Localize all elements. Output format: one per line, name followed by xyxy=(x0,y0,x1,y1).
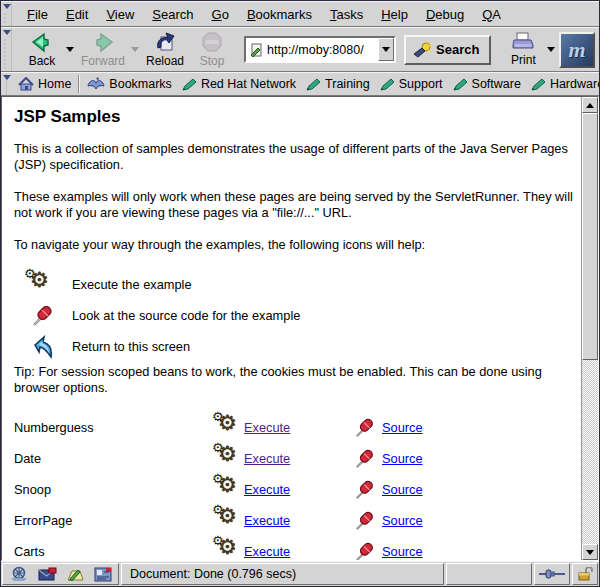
icon-legend: ⚙⚙ Execute the example Look at the sourc… xyxy=(14,269,573,362)
url-bar xyxy=(244,36,396,63)
gears-icon: ⚙⚙ xyxy=(214,446,240,472)
print-button[interactable]: Print xyxy=(501,29,545,70)
menu-tasks[interactable]: Tasks xyxy=(321,3,372,26)
stop-icon xyxy=(202,32,222,53)
forward-label: Forward xyxy=(81,54,125,68)
navigator-icon[interactable] xyxy=(9,566,29,582)
menu-help[interactable]: Help xyxy=(372,3,417,26)
gears-icon: ⚙⚙ xyxy=(214,477,240,503)
source-link[interactable]: Source xyxy=(382,420,423,436)
legend-text: Return to this screen xyxy=(72,339,190,355)
plug-icon xyxy=(539,568,565,580)
sample-name: Carts xyxy=(14,544,214,560)
tip-paragraph: Tip: For session scoped beans to work, t… xyxy=(14,364,573,396)
reload-button[interactable]: Reload xyxy=(142,29,188,70)
personal-item-label: Hardware xyxy=(550,77,599,91)
home-icon xyxy=(18,77,34,91)
samples-table: Numberguess ⚙⚙ Execute Source Date ⚙⚙ Ex… xyxy=(14,412,573,560)
stop-button[interactable]: Stop xyxy=(190,29,234,70)
vertical-scrollbar[interactable] xyxy=(581,97,598,560)
gears-icon: ⚙⚙ xyxy=(214,415,240,441)
url-input[interactable] xyxy=(267,43,378,57)
personal-item-hardware[interactable]: Hardware xyxy=(526,75,599,93)
table-row: Snoop ⚙⚙ Execute Source xyxy=(14,474,573,505)
menu-view[interactable]: View xyxy=(97,3,143,26)
address-book-icon[interactable] xyxy=(94,567,112,582)
source-link[interactable]: Source xyxy=(382,513,423,529)
personal-toolbar: Home Bookmarks Red Hat Network Training … xyxy=(1,72,599,96)
scrollbar-thumb[interactable] xyxy=(582,113,598,360)
personal-item-red-hat-network[interactable]: Red Hat Network xyxy=(177,75,301,93)
gears-icon: ⚙⚙ xyxy=(214,508,240,534)
print-icon xyxy=(511,32,535,52)
gears-icon: ⚙⚙ xyxy=(26,272,60,298)
personal-item-label: Home xyxy=(38,77,71,91)
sample-name: Date xyxy=(14,451,214,467)
menu-help-label: Help xyxy=(381,7,408,22)
online-indicator[interactable] xyxy=(534,563,570,585)
menu-debug[interactable]: Debug xyxy=(417,3,473,26)
bookmarks-icon xyxy=(87,77,105,91)
back-button[interactable]: Back xyxy=(20,29,64,70)
execute-link[interactable]: Execute xyxy=(244,544,290,560)
search-button-label: Search xyxy=(436,42,479,57)
toolbar-separator xyxy=(78,75,80,93)
toolbar-grippy[interactable] xyxy=(1,73,7,95)
flashlight-icon xyxy=(412,42,432,58)
personal-item-bookmarks[interactable]: Bookmarks xyxy=(82,75,177,93)
personal-item-training[interactable]: Training xyxy=(301,75,375,93)
menu-file[interactable]: File xyxy=(18,3,57,26)
page-title: JSP Samples xyxy=(14,109,573,125)
menu-tasks-label: Tasks xyxy=(330,7,363,22)
screwdriver-icon xyxy=(26,304,60,328)
source-link[interactable]: Source xyxy=(382,544,423,560)
forward-button[interactable]: Forward xyxy=(77,29,129,70)
pen-icon xyxy=(453,78,468,91)
pen-icon xyxy=(182,78,197,91)
table-row: Numberguess ⚙⚙ Execute Source xyxy=(14,412,573,443)
page-bookmark-icon xyxy=(250,43,264,57)
source-link[interactable]: Source xyxy=(382,451,423,467)
scrollbar-track[interactable] xyxy=(582,360,598,544)
scroll-up-button[interactable] xyxy=(582,97,598,113)
menu-edit[interactable]: Edit xyxy=(57,3,97,26)
search-button[interactable]: Search xyxy=(404,35,491,65)
toolbar-grippy[interactable] xyxy=(1,28,12,71)
stop-label: Stop xyxy=(200,54,225,68)
security-indicator[interactable] xyxy=(572,563,598,585)
forward-icon xyxy=(92,32,114,53)
legend-text: Look at the source code for the example xyxy=(72,308,300,324)
source-link[interactable]: Source xyxy=(382,482,423,498)
jsp-samples-page: JSP Samples This is a collection of samp… xyxy=(2,97,581,560)
legend-row-execute: ⚙⚙ Execute the example xyxy=(14,269,573,300)
print-dropdown-arrow[interactable] xyxy=(547,29,556,70)
execute-link[interactable]: Execute xyxy=(244,451,290,467)
url-dropdown-button[interactable] xyxy=(378,38,394,61)
servlet-note-paragraph: These examples will only work when these… xyxy=(14,189,573,221)
execute-link[interactable]: Execute xyxy=(244,482,290,498)
menu-bookmarks[interactable]: Bookmarks xyxy=(238,3,321,26)
menu-view-label: View xyxy=(106,7,134,22)
back-dropdown-arrow[interactable] xyxy=(66,29,75,70)
execute-link[interactable]: Execute xyxy=(244,420,290,436)
menu-qa[interactable]: QA xyxy=(473,3,510,26)
mail-icon[interactable] xyxy=(38,567,57,582)
screwdriver-icon xyxy=(354,417,376,439)
personal-item-software[interactable]: Software xyxy=(448,75,526,93)
unlock-icon xyxy=(577,567,593,581)
personal-item-label: Support xyxy=(399,77,443,91)
screwdriver-icon xyxy=(354,448,376,470)
personal-item-home[interactable]: Home xyxy=(13,75,76,93)
scroll-down-button[interactable] xyxy=(582,544,598,560)
mozilla-logo-icon: m xyxy=(568,37,585,63)
menu-go[interactable]: Go xyxy=(203,3,238,26)
status-message: Document: Done (0.796 secs) xyxy=(121,563,444,585)
personal-item-support[interactable]: Support xyxy=(375,75,448,93)
menu-search[interactable]: Search xyxy=(143,3,202,26)
composer-icon[interactable] xyxy=(66,567,85,582)
mozilla-logo-throbber[interactable]: m xyxy=(559,32,595,68)
toolbar-grippy[interactable] xyxy=(1,2,12,26)
forward-dropdown-arrow[interactable] xyxy=(131,29,140,70)
execute-link[interactable]: Execute xyxy=(244,513,290,529)
menu-go-label: Go xyxy=(212,7,229,22)
